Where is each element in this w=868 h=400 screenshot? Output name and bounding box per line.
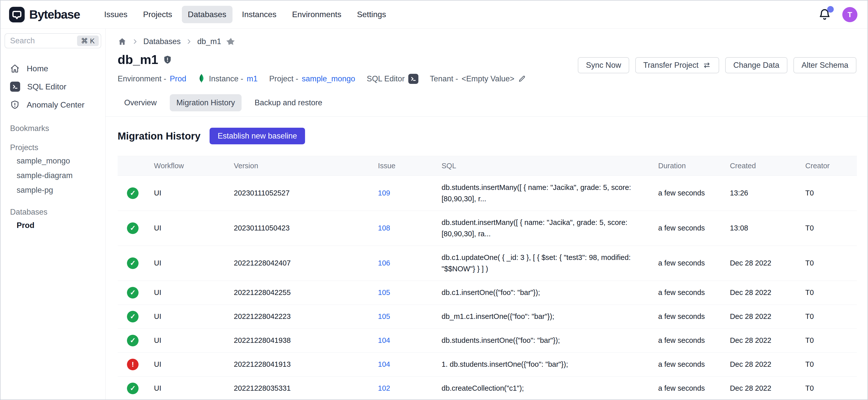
breadcrumb-databases[interactable]: Databases [143,37,181,46]
workflow-cell: UI [148,329,228,352]
breadcrumb: Databases db_m1 [105,29,868,47]
sql-cell: db.student.insertMany([ { name: "Jacika"… [435,211,652,246]
status-icon [127,222,138,234]
issue-link[interactable]: 105 [378,288,390,297]
tab-overview[interactable]: Overview [118,94,163,111]
created-column-header: Created [724,156,799,176]
sql-cell: db_m1.c1.insertOne({"foo": "bar"}); [435,305,652,329]
created-cell: Dec 28 2022 [724,246,799,281]
sidebar-project-sample-diagram[interactable]: sample-diagram [0,168,105,183]
sidebar-item-anomaly-center[interactable]: Anomaly Center [0,96,105,114]
sql-cell: db.students.insertMany([ { name: "Jacika… [435,176,652,211]
table-row: UI 20221228042223 105 db_m1.c1.insertOne… [118,305,857,329]
creator-cell: T0 [799,352,857,376]
tab-backup-and-restore[interactable]: Backup and restore [248,94,329,111]
table-row: UI 20221228041913 104 1. db.students.ins… [118,352,857,376]
nav-item-databases[interactable]: Databases [182,6,232,23]
change-data-button[interactable]: Change Data [725,57,787,73]
duration-cell: a few seconds [652,211,724,246]
version-cell: 20221228035331 [228,376,372,400]
created-cell: 13:08 [724,211,799,246]
notifications-button[interactable] [818,8,831,21]
nav-item-settings[interactable]: Settings [351,6,392,23]
database-tabs: Overview Migration History Backup and re… [105,94,868,117]
edit-pencil-icon[interactable] [518,75,526,83]
page-actions: Sync Now Transfer Project Change Data Al… [578,57,857,73]
nav-item-projects[interactable]: Projects [137,6,178,23]
issue-link[interactable]: 109 [378,189,390,197]
issue-link[interactable]: 106 [378,259,390,267]
transfer-project-button[interactable]: Transfer Project [635,57,719,73]
issue-link[interactable]: 108 [378,224,390,232]
search-shortcut-badge: ⌘ K [77,35,99,46]
status-icon [127,382,138,394]
sidebar-project-sample-pg[interactable]: sample-pg [0,183,105,197]
issue-link[interactable]: 102 [378,384,390,392]
main-panel: Databases db_m1 db_m1 [105,29,868,400]
issue-link[interactable]: 104 [378,360,390,368]
created-cell: Dec 28 2022 [724,281,799,305]
nav-item-issues[interactable]: Issues [98,6,133,23]
creator-cell: T0 [799,305,857,329]
avatar[interactable]: T [842,7,858,22]
sql-cell: 1. db.students.insertOne({"foo": "bar"})… [435,352,652,376]
creator-cell: T0 [799,246,857,281]
creator-column-header: Creator [799,156,857,176]
duration-cell: a few seconds [652,352,724,376]
sidebar-section-projects: Projects [0,143,105,152]
sidebar-database-prod[interactable]: Prod [0,218,105,233]
meta-instance: Instance - m1 [198,73,257,84]
status-icon [127,359,138,370]
sidebar-project-sample-mongo[interactable]: sample_mongo [0,154,105,168]
duration-cell: a few seconds [652,281,724,305]
shield-alert-icon [10,100,20,110]
duration-cell: a few seconds [652,176,724,211]
brand[interactable]: Bytebase [9,7,80,23]
environment-link[interactable]: Prod [170,74,186,83]
workflow-cell: UI [148,211,228,246]
tab-migration-history[interactable]: Migration History [170,94,242,111]
status-icon [127,311,138,322]
project-link[interactable]: sample_mongo [302,74,355,83]
nav-item-instances[interactable]: Instances [236,6,283,23]
table-row: UI 20230111052527 109 db.students.insert… [118,176,857,211]
creator-cell: T0 [799,211,857,246]
sql-cell: db.createCollection("c1"); [435,376,652,400]
section-title: Migration History [118,130,200,142]
workflow-column-header: Workflow [148,156,228,176]
duration-column-header: Duration [652,156,724,176]
creator-cell: T0 [799,176,857,211]
breadcrumb-home-icon[interactable] [118,37,127,46]
status-icon [127,335,138,346]
nav-item-environments[interactable]: Environments [286,6,347,23]
sidebar-item-home[interactable]: Home [0,59,105,78]
establish-baseline-button[interactable]: Establish new baseline [210,128,305,144]
sync-now-button[interactable]: Sync Now [578,57,629,73]
sidebar-section-databases: Databases [0,208,105,217]
created-cell: Dec 28 2022 [724,376,799,400]
instance-link[interactable]: m1 [247,74,258,83]
breadcrumb-current: db_m1 [197,37,221,46]
sidebar-item-sql-editor[interactable]: SQL Editor [0,78,105,96]
sidebar-item-label: Home [27,64,48,73]
sidebar: ⌘ K Home SQL Editor [0,29,105,400]
meta-sql-editor[interactable]: SQL Editor [367,74,418,84]
workflow-cell: UI [148,176,228,211]
favorite-star-icon[interactable] [226,37,236,47]
issue-link[interactable]: 105 [378,312,390,320]
main-nav: Issues Projects Databases Instances Envi… [98,6,392,23]
sidebar-section-bookmarks: Bookmarks [0,124,105,133]
notification-dot [827,6,834,12]
table-header-row: Workflow Version Issue SQL Duration Crea… [118,156,857,176]
bytebase-logo-icon [9,7,25,23]
table-row: UI 20221228041938 104 db.students.insert… [118,329,857,352]
workflow-cell: UI [148,352,228,376]
chevron-right-icon [186,38,192,45]
sql-cell: db.c1.updateOne( { _id: 3 }, [ { $set: {… [435,246,652,281]
issue-link[interactable]: 104 [378,336,390,344]
alter-schema-button[interactable]: Alter Schema [794,57,857,73]
created-cell: Dec 28 2022 [724,305,799,329]
creator-cell: T0 [799,281,857,305]
meta-project: Project - sample_mongo [269,74,355,83]
created-cell: Dec 28 2022 [724,329,799,352]
